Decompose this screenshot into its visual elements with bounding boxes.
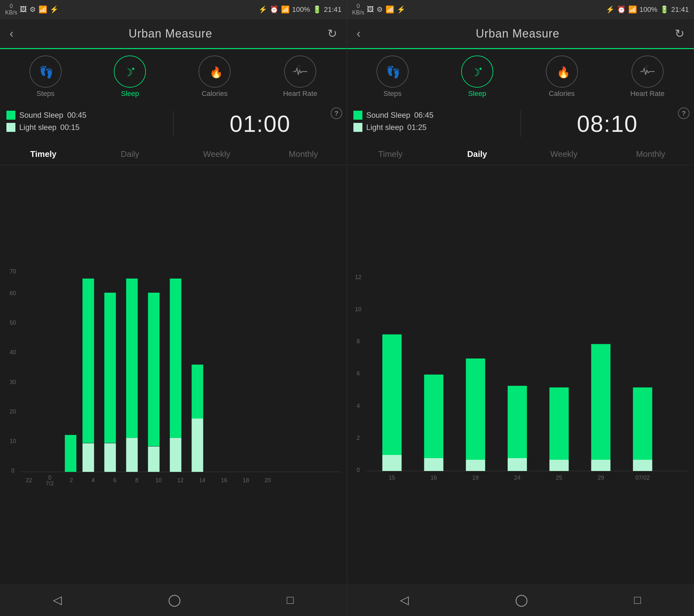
cat-label-heartrate-right: Heart Rate [631,90,664,98]
bar-light-16-right [424,458,443,471]
light-sleep-label-left: Light sleep [19,123,56,132]
tab-monthly-right[interactable]: Monthly [607,143,694,165]
svg-text:👣: 👣 [386,65,400,79]
home-nav-right[interactable]: ◯ [515,593,528,607]
svg-text:19: 19 [472,474,479,481]
svg-text:🔥: 🔥 [557,66,570,79]
svg-text:70: 70 [10,268,16,275]
svg-text:15: 15 [389,474,395,481]
back-nav-right[interactable]: ◁ [400,593,409,607]
cat-steps-right[interactable]: 👣 Steps [377,55,408,98]
top-nav-left: ‹ Urban Measure ↻ [0,19,347,48]
cat-circle-steps-right: 👣 [377,55,408,88]
cat-calories-left[interactable]: 🔥 Calories [199,55,231,98]
status-left-icons: 0KB/s 🖼 ⚙ 📶 ⚡ [5,3,58,16]
sound-sleep-color-left [6,111,15,120]
bar-light-25-right [549,460,569,471]
cat-sleep-left[interactable]: ☽ ★ Sleep [114,55,146,98]
svg-text:2: 2 [357,435,360,441]
bar-light-6-left [170,438,181,472]
tab-weekly-left[interactable]: Weekly [174,143,260,165]
signal-icon: 📶 [281,5,290,14]
chart-svg-right: 0 2 4 6 8 10 12 15 16 19 [350,168,691,584]
usb-icon: ⚡ [50,5,58,14]
bar-sound-7-left [192,364,203,418]
sleep-info-right: Sound Sleep 06:45 Light sleep 01:25 08:1… [347,104,694,143]
svg-text:29: 29 [598,474,604,481]
battery-pct-left: 100% [292,5,310,14]
cat-calories-right[interactable]: 🔥 Calories [546,55,578,98]
cat-circle-heartrate-right: ♡ [632,55,663,88]
cat-label-steps-right: Steps [384,90,402,98]
cat-heartrate-left[interactable]: ♡ Heart Rate [283,55,317,98]
svg-text:8: 8 [135,477,138,484]
recent-nav-left[interactable]: □ [287,593,294,607]
svg-text:16: 16 [431,474,437,481]
sleep-info-left: Sound Sleep 00:45 Light sleep 00:15 01:0… [0,104,347,143]
cat-circle-sleep-right: ☽ ★ [461,55,493,88]
refresh-button-right[interactable]: ↻ [675,27,684,40]
svg-text:4: 4 [357,403,360,409]
light-sleep-item-right: Light sleep 01:25 [353,123,514,132]
panel-right: 0KB/s 🖼 ⚙ 📶 ⚡ ⚡ ⏰ 📶 100% 🔋 21:41 ‹ Urban… [347,0,694,616]
bar-sound-16-right [424,375,443,458]
svg-text:6: 6 [357,370,360,377]
cat-circle-calories-left: 🔥 [199,55,231,88]
recent-nav-right[interactable]: □ [634,593,641,607]
status-bar-right: 0KB/s 🖼 ⚙ 📶 ⚡ ⚡ ⏰ 📶 100% 🔋 21:41 [347,0,694,19]
svg-text:7/2: 7/2 [46,480,54,487]
cat-sleep-right[interactable]: ☽ ★ Sleep [461,55,493,98]
back-button-right[interactable]: ‹ [357,27,361,40]
cat-label-heartrate-left: Heart Rate [283,90,317,98]
back-button-left[interactable]: ‹ [10,27,14,40]
svg-text:16: 16 [221,477,227,484]
svg-text:0: 0 [357,467,360,473]
refresh-button-left[interactable]: ↻ [327,27,337,40]
bar-light-0702-right [633,460,652,471]
tab-daily-left[interactable]: Daily [87,143,173,165]
cat-steps-left[interactable]: 👣 Steps [30,55,61,98]
svg-text:★: ★ [478,66,483,71]
bar-light-15-right [382,455,402,471]
back-nav-left[interactable]: ◁ [53,593,62,607]
total-time-left: 01:00 [180,111,340,137]
alarm-icon-right: ⏰ [617,5,626,14]
svg-text:🔥: 🔥 [209,66,222,79]
battery-icon: 🔋 [313,5,321,14]
bar-sound-1-left [65,435,76,472]
svg-text:♡: ♡ [298,65,301,69]
sound-sleep-label-left: Sound Sleep [19,111,63,120]
svg-text:18: 18 [243,477,249,484]
sleep-legend-right: Sound Sleep 06:45 Light sleep 01:25 [353,111,514,137]
usb-icon-right: ⚡ [397,5,405,14]
svg-text:20: 20 [10,409,16,415]
tab-daily-right[interactable]: Daily [434,143,521,165]
svg-text:0: 0 [11,468,15,474]
tab-timely-right[interactable]: Timely [347,143,434,165]
light-sleep-label-right: Light sleep [366,123,403,132]
cat-heartrate-right[interactable]: ♡ Heart Rate [631,55,664,98]
tab-timely-left[interactable]: Timely [0,143,87,165]
battery-pct-right: 100% [639,5,657,14]
svg-text:50: 50 [10,320,16,326]
home-nav-left[interactable]: ◯ [168,593,181,607]
cat-circle-sleep-left: ☽ ★ [114,55,146,88]
light-sleep-color-right [353,123,362,132]
tab-monthly-left[interactable]: Monthly [260,143,347,165]
svg-text:👣: 👣 [39,65,53,79]
cat-label-steps-left: Steps [37,90,55,98]
cat-label-calories-right: Calories [549,90,575,98]
help-icon-left[interactable]: ? [331,108,342,119]
bluetooth-icon: ⚡ [258,5,267,14]
light-sleep-time-left: 00:15 [60,123,79,132]
cat-label-calories-left: Calories [202,90,228,98]
tab-weekly-right[interactable]: Weekly [520,143,607,165]
bar-sound-4-left [126,278,138,438]
svg-text:10: 10 [10,438,16,445]
tabs-right: Timely Daily Weekly Monthly [347,143,694,165]
sound-sleep-label-right: Sound Sleep [366,111,410,120]
settings-icon-right: ⚙ [377,5,383,14]
settings-icon: ⚙ [30,5,36,14]
help-icon-right[interactable]: ? [678,108,690,119]
svg-text:14: 14 [199,477,205,484]
